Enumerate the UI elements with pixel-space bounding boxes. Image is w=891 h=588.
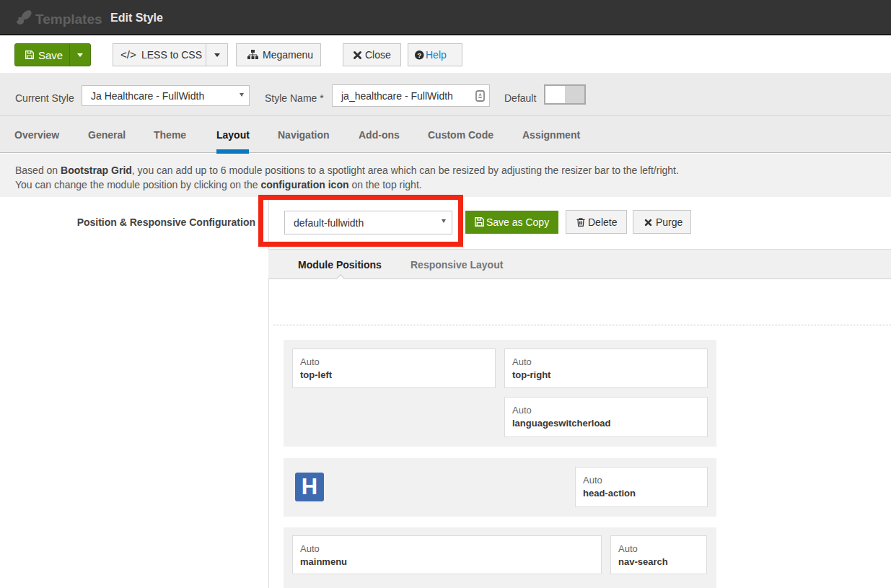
svg-text:?: ? <box>417 52 421 59</box>
